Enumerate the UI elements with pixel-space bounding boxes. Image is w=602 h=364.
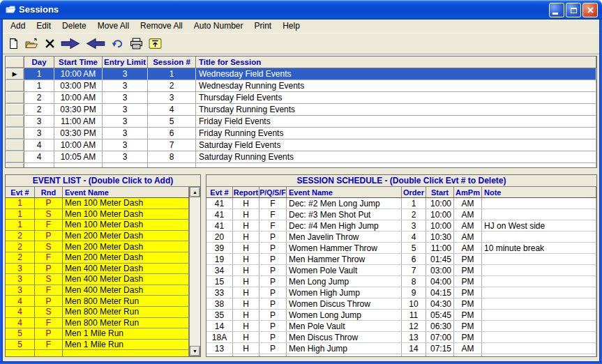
evt-number-cell[interactable]: 18A	[206, 332, 233, 342]
row-header-cell[interactable]	[6, 151, 24, 162]
evt-number-cell[interactable]: 14	[206, 321, 233, 331]
schedule-row[interactable]: 39HPWomen Hammer Throw511:00AM10 minute …	[206, 243, 596, 254]
event-list-row[interactable]: 1SMen 100 Meter Dash	[6, 209, 189, 220]
menu-item-add[interactable]: Add	[5, 20, 31, 33]
cell: P	[259, 254, 287, 264]
cell: F	[35, 252, 63, 263]
undo-button[interactable]	[110, 36, 126, 52]
schedule-row[interactable]: 15HPMen Long Jump804:00PM	[206, 276, 596, 287]
evt-number-cell[interactable]: 19	[206, 254, 233, 264]
cell: 04:30	[426, 298, 454, 309]
schedule-row[interactable]: 33HPWomen High Jump904:15PM	[206, 287, 596, 298]
schedule-row[interactable]: 19HPMen Hammer Throw601:45PM	[206, 254, 596, 265]
event-list-row[interactable]: 5PMen 1 Mile Run	[6, 328, 189, 340]
schedule-row[interactable]: 41HFDec: #2 Men Long Jump110:00AM	[206, 198, 596, 209]
maximize-button[interactable]	[566, 3, 581, 17]
evt-number-cell[interactable]: 38	[206, 298, 233, 309]
up-folder-button[interactable]	[147, 36, 163, 52]
cell: 5	[6, 328, 35, 339]
event-list-row[interactable]: 1PMen 100 Meter Dash	[6, 198, 189, 209]
session-row[interactable]: 103:00 PM32Wednesday Running Events	[6, 80, 596, 92]
schedule-row[interactable]: 18AHPMen Discus Throw1307:00PM	[206, 332, 596, 343]
menu-item-delete[interactable]: Delete	[57, 20, 92, 33]
row-header-cell[interactable]	[6, 80, 24, 91]
cell: Men 800 Meter Run	[63, 318, 189, 328]
session-row[interactable]: 410:05 AM38Saturday Running Events	[6, 151, 596, 163]
schedule-row[interactable]: 35HPWomen Long Jump1105:45PM	[206, 310, 596, 321]
cell: P	[259, 343, 287, 354]
schedule-row[interactable]: 38HPWomen Discus Throw1004:30PM	[206, 298, 596, 310]
row-header-cell[interactable]	[6, 104, 24, 115]
move-all-button[interactable]	[59, 36, 82, 52]
evt-number-cell[interactable]: 33	[206, 287, 233, 298]
new-button[interactable]	[7, 36, 20, 52]
cell: 4	[24, 139, 54, 151]
evt-number-cell[interactable]: 41	[206, 220, 233, 231]
event-list-row[interactable]: 2PMen 200 Meter Dash	[6, 231, 189, 242]
open-button[interactable]	[23, 36, 40, 52]
row-header-cell[interactable]: ▶	[6, 68, 24, 79]
schedule-row[interactable]: 20HPMen Javelin Throw410:30AM	[206, 232, 596, 243]
evt-number-cell[interactable]: 39	[206, 243, 233, 253]
cell: 5	[6, 340, 35, 350]
remove-all-button[interactable]	[84, 36, 107, 52]
event-list-row[interactable]: 4PMen 800 Meter Run	[6, 296, 189, 307]
menu-item-move-all[interactable]: Move All	[92, 20, 135, 33]
session-row[interactable]: ▶110:00 AM31Wednesday Field Events	[6, 68, 596, 80]
row-header-cell[interactable]	[6, 128, 24, 139]
scroll-up-button[interactable]: ▲	[190, 187, 200, 197]
schedule-row[interactable]: 41HFDec: #3 Men Shot Put210:00AM	[206, 209, 596, 220]
cell: Men 400 Meter Dash	[63, 285, 189, 296]
evt-number-cell[interactable]: 15	[206, 276, 233, 287]
cell: P	[35, 264, 63, 274]
event-list-row[interactable]: 5FMen 1 Mile Run	[6, 340, 189, 351]
event-list-grid: Evt # Rnd Event Name 1PMen 100 Meter Das…	[6, 187, 189, 356]
evt-number-cell[interactable]: 41	[206, 198, 233, 208]
evt-number-cell[interactable]: 41	[206, 209, 233, 220]
event-list-row[interactable]: 2SMen 200 Meter Dash	[6, 241, 189, 252]
event-list-row[interactable]: 1FMen 100 Meter Dash	[6, 220, 189, 231]
event-list-row[interactable]: 4FMen 800 Meter Run	[6, 318, 189, 329]
evt-number-cell[interactable]: 20	[206, 232, 233, 242]
event-list-scrollbar[interactable]: ▲ ▼	[189, 187, 200, 356]
menu-item-help[interactable]: Help	[277, 20, 306, 33]
cell: PM	[454, 287, 482, 298]
cell: Men 100 Meter Dash	[63, 209, 189, 220]
event-list-row[interactable]: 3FMen 400 Meter Dash	[6, 285, 189, 296]
evt-number-cell[interactable]: 35	[206, 310, 233, 320]
schedule-row[interactable]: 14HPMen Pole Vault1206:30PM	[206, 321, 596, 332]
session-row[interactable]: 210:00 AM33Thursday Field Events	[6, 92, 596, 104]
session-row[interactable]: 203:30 PM34Thursday Running Events	[6, 104, 596, 116]
schedule-row[interactable]: 41HFDec: #4 Men High Jump310:00AMHJ on W…	[206, 220, 596, 232]
event-list-row[interactable]: 2FMen 200 Meter Dash	[6, 252, 189, 264]
session-row[interactable]: 303:30 PM36Friday Running Events	[6, 128, 596, 139]
cell: H	[233, 321, 259, 331]
schedule-row[interactable]: 13HPMen High Jump1407:15AM	[206, 343, 596, 354]
print-button[interactable]	[128, 36, 144, 52]
delete-button[interactable]	[43, 36, 57, 52]
row-header-cell[interactable]	[6, 139, 24, 151]
event-list-row[interactable]: 3SMen 400 Meter Dash	[6, 274, 189, 285]
cell: S	[35, 274, 63, 285]
event-list-row[interactable]: 4SMen 800 Meter Run	[6, 307, 189, 318]
session-row[interactable]: 311:00 AM35Friday Field Events	[6, 116, 596, 128]
evt-number-cell[interactable]: 13	[206, 343, 233, 354]
minimize-button[interactable]	[549, 3, 564, 17]
event-list-row[interactable]: 3PMen 400 Meter Dash	[6, 264, 189, 275]
scroll-down-button[interactable]: ▼	[190, 346, 200, 356]
evt-number-cell[interactable]: 34	[206, 265, 233, 275]
menu-item-edit[interactable]: Edit	[31, 20, 57, 33]
schedule-row[interactable]: 34HPWomen Pole Vault703:00PM	[206, 265, 596, 276]
cell: 10:00 AM	[54, 92, 103, 103]
menu-item-print[interactable]: Print	[249, 20, 278, 33]
close-button[interactable]	[582, 3, 598, 17]
row-header-cell[interactable]	[6, 92, 24, 103]
current-row-arrow-icon: ▶	[13, 71, 17, 77]
cell: P	[35, 328, 63, 339]
menu-item-remove-all[interactable]: Remove All	[135, 20, 188, 33]
cell	[35, 350, 63, 356]
session-row[interactable]: 410:00 AM37Saturday Field Events	[6, 139, 596, 151]
row-header-cell[interactable]	[6, 116, 24, 127]
titlebar[interactable]: Sessions	[0, 0, 602, 20]
menu-item-auto-number[interactable]: Auto Number	[188, 20, 249, 33]
